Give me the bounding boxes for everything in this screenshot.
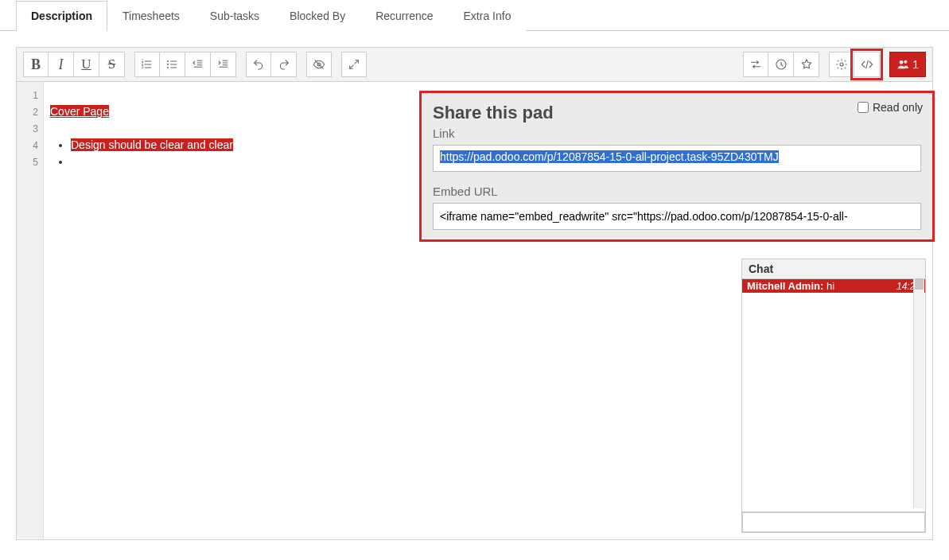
timeslider-button[interactable]: [768, 52, 794, 77]
ordered-list-button[interactable]: 123: [134, 52, 160, 77]
share-embed-button[interactable]: [854, 52, 880, 77]
tab-subtasks[interactable]: Sub-tasks: [195, 1, 274, 31]
editor-toolbar: B I U S 123: [17, 48, 932, 82]
svg-point-8: [840, 63, 843, 66]
outdent-button[interactable]: [185, 52, 211, 77]
share-panel: Read only Share this pad Link https://pa…: [419, 91, 935, 242]
svg-point-4: [167, 64, 169, 65]
chat-scrollbar[interactable]: [913, 278, 924, 508]
svg-text:3: 3: [142, 65, 144, 69]
users-button[interactable]: 1: [889, 52, 926, 77]
chat-panel: Chat Mitchell Admin: hi 14:22: [741, 259, 926, 533]
indent-button[interactable]: [211, 52, 236, 77]
svg-point-9: [900, 60, 903, 64]
readonly-label: Read only: [873, 101, 923, 114]
chat-messages: Mitchell Admin: hi 14:22: [742, 279, 925, 511]
tab-recurrence[interactable]: Recurrence: [360, 1, 448, 31]
undo-button[interactable]: [246, 52, 271, 77]
tab-timesheets[interactable]: Timesheets: [107, 1, 195, 31]
line-gutter: 1 2 3 4 5: [17, 82, 44, 539]
svg-point-3: [167, 60, 169, 62]
settings-button[interactable]: [829, 52, 854, 77]
underline-button[interactable]: U: [74, 52, 99, 77]
readonly-checkbox[interactable]: [858, 102, 869, 113]
tab-description[interactable]: Description: [16, 1, 107, 31]
redo-button[interactable]: [271, 52, 297, 77]
svg-point-5: [167, 67, 169, 68]
share-embed-input[interactable]: [433, 203, 921, 230]
clear-authorship-button[interactable]: [306, 52, 332, 77]
share-link-label: Link: [433, 126, 921, 140]
tab-blockedby[interactable]: Blocked By: [274, 1, 360, 31]
cover-page-link[interactable]: Cover Page: [50, 105, 109, 118]
star-button[interactable]: [794, 52, 819, 77]
italic-button[interactable]: I: [49, 52, 74, 77]
tabs-bar: Description Timesheets Sub-tasks Blocked…: [0, 0, 949, 31]
chat-header[interactable]: Chat: [742, 259, 925, 279]
share-link-input[interactable]: https://pad.odoo.com/p/12087854-15-0-all…: [433, 145, 921, 172]
editor-pane: B I U S 123: [16, 47, 933, 540]
svg-point-10: [904, 60, 907, 63]
bullet-item-1: Design should be clear and clear: [71, 138, 233, 151]
share-embed-label: Embed URL: [433, 185, 921, 198]
fullscreen-button[interactable]: [341, 52, 367, 77]
strikethrough-button[interactable]: S: [99, 52, 125, 77]
import-export-button[interactable]: [743, 52, 768, 77]
tab-extrainfo[interactable]: Extra Info: [449, 1, 527, 31]
users-count: 1: [912, 58, 919, 71]
unordered-list-button[interactable]: [160, 52, 185, 77]
chat-message: Mitchell Admin: hi 14:22: [742, 279, 925, 293]
bold-button[interactable]: B: [23, 52, 49, 77]
chat-input[interactable]: [742, 512, 925, 532]
share-title: Share this pad: [433, 103, 921, 123]
